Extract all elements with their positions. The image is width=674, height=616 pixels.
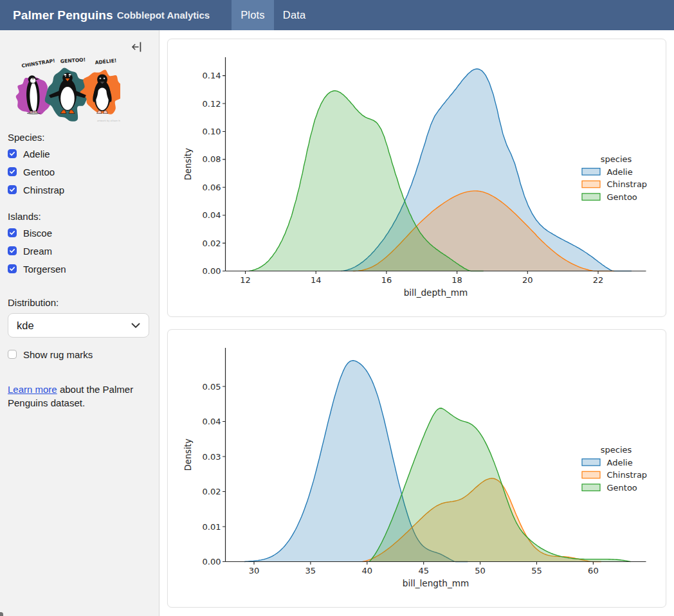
checkbox-torgersen[interactable] xyxy=(8,264,17,273)
learn-more-link[interactable]: Learn more xyxy=(8,384,57,395)
legend-label-adelie: Adelie xyxy=(607,167,633,177)
artwork-signature: artwork by allison horst xyxy=(97,120,120,122)
x-tick-label: 40 xyxy=(362,566,373,575)
x-tick-label: 20 xyxy=(522,275,533,285)
checkbox-row-chinstrap: Chinstrap xyxy=(8,185,151,194)
y-tick-label: 0.12 xyxy=(203,99,221,109)
checkbox-row-rug: Show rug marks xyxy=(8,350,151,359)
islands-group-label: Islands: xyxy=(8,211,151,222)
checkbox-row-biscoe: Biscoe xyxy=(8,228,151,237)
x-tick-label: 35 xyxy=(305,566,316,575)
y-tick-label: 0.08 xyxy=(203,154,221,164)
x-tick-label: 12 xyxy=(240,275,251,285)
app-layout: CHINSTRAP! GENTOO! ADÉLIE! artwork by al… xyxy=(0,30,674,616)
checkbox-biscoe[interactable] xyxy=(8,228,17,237)
x-tick-label: 60 xyxy=(588,566,599,575)
legend-label-gentoo: Gentoo xyxy=(607,192,637,202)
legend-label-gentoo: Gentoo xyxy=(607,483,637,493)
checkbox-label-rug: Show rug marks xyxy=(23,349,93,360)
x-axis-label: bill_depth_mm xyxy=(404,287,468,298)
checkbox-label-chinstrap: Chinstrap xyxy=(23,185,64,195)
x-tick-label: 18 xyxy=(451,275,462,285)
legend-label-adelie: Adelie xyxy=(607,458,633,467)
y-tick-label: 0.04 xyxy=(203,210,221,220)
distribution-select[interactable]: kde xyxy=(8,313,149,338)
distribution-label: Distribution: xyxy=(8,297,151,308)
legend-patch-adelie xyxy=(582,168,600,176)
chart-bill-length: 303540455055600.000.010.020.030.040.05bi… xyxy=(168,330,666,607)
collapse-left-icon xyxy=(131,41,142,53)
species-group-label: Species: xyxy=(8,132,151,143)
legend-patch-chinstrap xyxy=(582,181,600,188)
legend-patch-gentoo xyxy=(582,484,600,491)
x-tick-label: 16 xyxy=(381,275,392,285)
distribution-group: Distribution: kde xyxy=(8,297,151,338)
caption-chinstrap: CHINSTRAP! xyxy=(21,58,55,69)
legend-patch-gentoo xyxy=(582,194,600,201)
caption-adelie: ADÉLIE! xyxy=(95,57,117,66)
y-tick-label: 0.03 xyxy=(203,452,221,462)
checkbox-adelie[interactable] xyxy=(8,149,17,158)
tab-data[interactable]: Data xyxy=(274,0,315,30)
checkbox-label-dream: Dream xyxy=(23,246,52,257)
y-tick-label: 0.02 xyxy=(203,487,221,496)
legend-title: species xyxy=(601,154,632,164)
y-tick-label: 0.06 xyxy=(203,183,221,192)
learn-more-text: Learn more about the Palmer Penguins dat… xyxy=(8,383,140,410)
rug-group: Show rug marks xyxy=(8,350,151,368)
card-bill-depth: 1214161820220.000.020.040.060.080.100.12… xyxy=(167,39,666,317)
legend-patch-adelie xyxy=(582,459,600,466)
checkbox-chinstrap[interactable] xyxy=(8,185,17,194)
logo-captions: CHINSTRAP! GENTOO! ADÉLIE! xyxy=(21,57,117,69)
x-tick-label: 55 xyxy=(531,566,542,575)
penguins-logo: CHINSTRAP! GENTOO! ADÉLIE! artwork by al… xyxy=(7,55,120,126)
y-tick-label: 0.01 xyxy=(203,522,221,532)
main-content: 1214161820220.000.020.040.060.080.100.12… xyxy=(159,30,674,616)
legend-label-chinstrap: Chinstrap xyxy=(607,470,648,480)
caption-gentoo: GENTOO! xyxy=(60,57,86,64)
y-tick-label: 0.00 xyxy=(203,557,221,566)
checkbox-dream[interactable] xyxy=(8,246,17,255)
checkbox-row-adelie: Adelie xyxy=(8,149,151,158)
y-axis-label: Density xyxy=(183,148,193,180)
app-subtitle: Cobblepot Analytics xyxy=(117,10,210,21)
checkbox-row-dream: Dream xyxy=(8,246,151,255)
penguins-artwork: CHINSTRAP! GENTOO! ADÉLIE! artwork by al… xyxy=(7,55,120,123)
checkbox-rug[interactable] xyxy=(8,350,17,359)
card-bill-length: 303540455055600.000.010.020.030.040.05bi… xyxy=(167,329,666,608)
chevron-down-icon xyxy=(131,323,140,329)
x-axis-label: bill_length_mm xyxy=(403,578,469,588)
x-tick-label: 50 xyxy=(475,566,486,575)
sidebar: CHINSTRAP! GENTOO! ADÉLIE! artwork by al… xyxy=(0,30,159,616)
legend-label-chinstrap: Chinstrap xyxy=(607,179,648,189)
species-group: Species: Adelie Gentoo Chinstrap xyxy=(8,132,151,203)
legend-title: species xyxy=(601,445,632,455)
y-tick-label: 0.14 xyxy=(203,71,221,80)
checkbox-row-torgersen: Torgersen xyxy=(8,264,151,273)
checkbox-label-biscoe: Biscoe xyxy=(23,228,52,239)
legend-patch-chinstrap xyxy=(582,471,600,478)
sidebar-collapse-button[interactable] xyxy=(131,41,142,53)
checkbox-row-gentoo: Gentoo xyxy=(8,167,151,176)
chart-bill-depth: 1214161820220.000.020.040.060.080.100.12… xyxy=(168,39,666,316)
checkbox-gentoo[interactable] xyxy=(8,167,17,176)
corner-notification xyxy=(0,612,3,616)
checkbox-label-adelie: Adelie xyxy=(23,149,50,159)
nav-tabs: Plots Data xyxy=(232,0,314,30)
x-tick-label: 30 xyxy=(249,566,260,575)
x-tick-label: 14 xyxy=(311,275,322,285)
y-axis-label: Density xyxy=(183,439,193,471)
y-tick-label: 0.00 xyxy=(203,266,221,276)
y-tick-label: 0.04 xyxy=(203,417,221,426)
navbar: Palmer Penguins Cobblepot Analytics Plot… xyxy=(0,0,674,30)
y-tick-label: 0.05 xyxy=(203,382,221,392)
x-tick-label: 45 xyxy=(418,566,429,575)
y-tick-label: 0.02 xyxy=(203,239,221,248)
tab-plots[interactable]: Plots xyxy=(232,0,274,30)
islands-group: Islands: Biscoe Dream Torgersen xyxy=(8,211,151,282)
navbar-brand-group: Palmer Penguins Cobblepot Analytics xyxy=(0,0,210,30)
checkbox-label-torgersen: Torgersen xyxy=(23,264,66,275)
app-title: Palmer Penguins xyxy=(13,8,113,23)
distribution-value: kde xyxy=(17,320,131,332)
x-tick-label: 22 xyxy=(593,275,604,285)
